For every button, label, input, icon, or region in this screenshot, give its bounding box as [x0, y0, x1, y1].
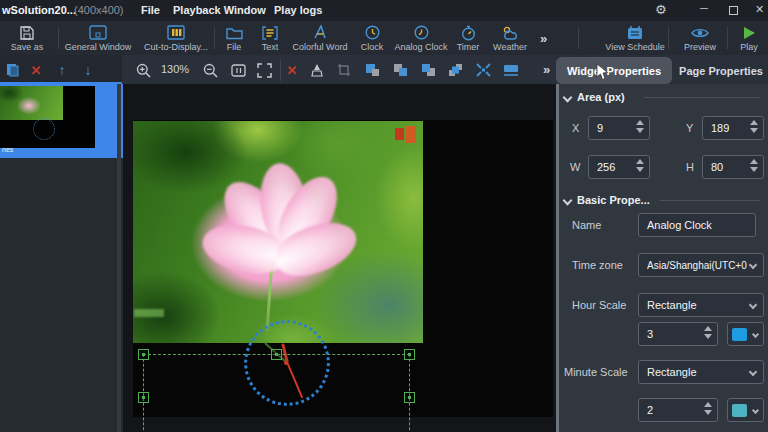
- fit-to-window-icon[interactable]: [254, 60, 274, 80]
- minute-color-swatch: [732, 404, 747, 417]
- play-button[interactable]: Play: [729, 24, 768, 54]
- bring-forward-icon[interactable]: [390, 60, 410, 80]
- toolbar-overflow-chevron[interactable]: »: [540, 31, 546, 46]
- resize-handle-ne[interactable]: [404, 349, 415, 360]
- widget-properties-panel: Area (px) X 9 Y 189 W 256 H 80 Basic Pro…: [556, 84, 768, 432]
- hour-scale-color-picker[interactable]: [727, 322, 764, 346]
- minute-scale-color-picker[interactable]: [727, 398, 764, 422]
- app-window: wSolution20... (400x400) File Playback W…: [0, 0, 768, 432]
- h-input[interactable]: 80: [702, 155, 764, 179]
- menu-play-logs[interactable]: Play logs: [274, 4, 322, 16]
- calendar-icon: [627, 24, 643, 41]
- weather-icon: [501, 24, 519, 41]
- menu-playback-window[interactable]: Playback Window: [173, 4, 266, 16]
- resize-handle-w[interactable]: [138, 392, 149, 403]
- text-icon: [262, 24, 278, 41]
- minute-width-spinner[interactable]: [704, 402, 712, 415]
- resize-handle-e[interactable]: [404, 392, 415, 403]
- crop-icon[interactable]: [334, 60, 354, 80]
- panel-scrollbar[interactable]: [556, 84, 559, 432]
- collapse-basic-icon[interactable]: [563, 196, 573, 206]
- divider: [668, 27, 669, 49]
- page-surface[interactable]: [133, 120, 553, 417]
- folder-icon: [226, 24, 243, 41]
- minute-scale-label: Minute Scale: [564, 366, 628, 378]
- zoom-in-icon[interactable]: [133, 60, 153, 80]
- tab-widget-properties[interactable]: Widget Properties: [556, 57, 672, 84]
- preview-button[interactable]: Preview: [670, 24, 730, 54]
- chevron-down-icon: [749, 301, 757, 309]
- chevron-down-icon: [752, 331, 759, 338]
- add-page-icon[interactable]: [2, 60, 22, 80]
- minute-scale-select[interactable]: Rectangle: [638, 360, 764, 384]
- minimize-button[interactable]: ─: [695, 2, 713, 14]
- hour-scale-select[interactable]: Rectangle: [638, 293, 764, 317]
- x-label: X: [572, 122, 579, 134]
- send-backward-icon[interactable]: [418, 60, 438, 80]
- sidebar-scrollbar[interactable]: [117, 84, 121, 432]
- chevron-down-icon: [752, 407, 759, 414]
- timezone-label: Time zone: [572, 259, 623, 271]
- page-label: nes: [2, 146, 13, 153]
- w-label: W: [570, 161, 580, 173]
- delete-page-icon[interactable]: ✕: [26, 60, 46, 80]
- minute-scale-width-input[interactable]: 2: [638, 398, 718, 422]
- section-rule: [644, 97, 760, 98]
- clear-icon[interactable]: [307, 60, 327, 80]
- hour-width-spinner[interactable]: [704, 326, 712, 339]
- hour-scale-width-input[interactable]: 3: [638, 322, 718, 346]
- menu-file[interactable]: File: [141, 4, 160, 16]
- cut-to-display-button[interactable]: Cut-to-Display...: [130, 24, 222, 54]
- lotus-photo-widget[interactable]: [133, 121, 423, 343]
- move-page-up-icon[interactable]: ↑: [52, 60, 72, 80]
- timer-icon: [461, 24, 476, 41]
- close-button[interactable]: ✕: [755, 3, 764, 16]
- resize-handle-nw[interactable]: [138, 349, 149, 360]
- zoom-out-icon[interactable]: [200, 60, 220, 80]
- center-widget-icon[interactable]: [473, 60, 493, 80]
- photo-watermark: [395, 126, 419, 147]
- pages-sidebar: nes: [0, 84, 123, 432]
- maximize-button[interactable]: [729, 6, 738, 15]
- x-spinner[interactable]: [636, 120, 644, 133]
- resize-handle-n[interactable]: [271, 349, 282, 360]
- analog-clock-icon: [414, 24, 429, 41]
- page-actions-group: ✕ ↑ ↓: [0, 55, 122, 84]
- settings-gear-icon[interactable]: ⚙: [655, 2, 667, 17]
- divider: [280, 59, 281, 81]
- chevron-down-icon: [749, 368, 757, 376]
- h-label: H: [686, 161, 694, 173]
- editor-canvas[interactable]: [123, 84, 556, 432]
- divider: [727, 27, 728, 49]
- delete-widget-icon[interactable]: ✕: [282, 60, 302, 80]
- tab-page-properties[interactable]: Page Properties: [674, 57, 768, 84]
- thumbnail-clock: [33, 118, 55, 140]
- bring-to-front-icon[interactable]: [362, 60, 382, 80]
- x-input[interactable]: 9: [588, 116, 650, 140]
- window-title: wSolution20...: [2, 4, 76, 16]
- view-schedule-button[interactable]: View Schedule: [590, 24, 680, 54]
- y-spinner[interactable]: [750, 120, 758, 133]
- divider: [578, 27, 579, 49]
- actual-size-icon[interactable]: [228, 60, 248, 80]
- collapse-area-icon[interactable]: [563, 93, 573, 103]
- chevron-down-icon: [749, 261, 757, 269]
- clock-icon: [365, 24, 380, 41]
- w-spinner[interactable]: [636, 159, 644, 172]
- y-input[interactable]: 189: [702, 116, 764, 140]
- area-section-title: Area (px): [577, 91, 625, 103]
- h-spinner[interactable]: [750, 159, 758, 172]
- send-to-back-icon[interactable]: [445, 60, 465, 80]
- move-page-down-icon[interactable]: ↓: [78, 60, 98, 80]
- timezone-select[interactable]: Asia/Shanghai(UTC+08: [638, 253, 764, 277]
- solution-size: (400x400): [74, 4, 124, 16]
- align-widgets-icon[interactable]: [501, 60, 521, 80]
- w-input[interactable]: 256: [588, 155, 650, 179]
- main-toolbar: Save as General Window Cut-to-Display...…: [0, 21, 768, 55]
- page-thumbnail-item[interactable]: nes: [0, 84, 123, 158]
- edit-toolbar-overflow-chevron[interactable]: »: [543, 62, 549, 77]
- weather-widget-button[interactable]: Weather: [484, 24, 536, 54]
- name-input[interactable]: Analog Clock: [638, 213, 756, 237]
- widget-selection-box[interactable]: [143, 354, 410, 432]
- menu-bar: wSolution20... (400x400) File Playback W…: [0, 0, 768, 21]
